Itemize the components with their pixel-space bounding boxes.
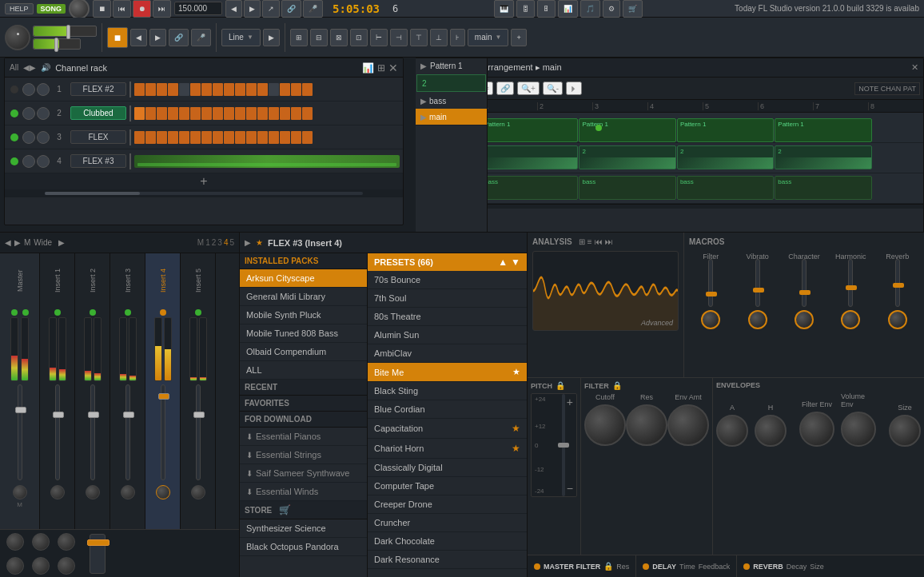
ctrl-knob1[interactable] bbox=[6, 533, 24, 551]
step[interactable] bbox=[201, 83, 212, 96]
step[interactable] bbox=[157, 83, 167, 96]
mic-btn[interactable]: 🎤 bbox=[191, 29, 211, 46]
an-btn2[interactable]: ≡ bbox=[587, 237, 592, 246]
pattern-item-main[interactable]: ▶ main bbox=[416, 109, 487, 125]
track3-area[interactable]: bass bass bass bass bbox=[480, 173, 923, 203]
an-btn3[interactable]: ⏮ bbox=[595, 237, 603, 246]
step[interactable] bbox=[246, 131, 257, 144]
preset-capacitation[interactable]: Capacitation ★ bbox=[368, 419, 527, 439]
tb-mix5[interactable]: ⊢ bbox=[370, 29, 388, 46]
ch-num-2[interactable]: 2 bbox=[212, 238, 217, 247]
ins5-pan-knob[interactable] bbox=[191, 485, 205, 499]
step[interactable] bbox=[235, 83, 245, 96]
main-dropdown[interactable]: main ▼ bbox=[468, 29, 509, 46]
track1-area[interactable]: Pattern 1 Pattern 1 Pattern 1 Pattern 1 bbox=[480, 113, 923, 142]
ch2-vol-knob[interactable] bbox=[22, 107, 35, 120]
filter-env-knob[interactable] bbox=[799, 412, 834, 447]
macro-knob-character[interactable] bbox=[795, 310, 814, 329]
ctrl-knob3[interactable] bbox=[32, 533, 50, 551]
preset-alumin-sun[interactable]: Alumin Sun bbox=[368, 326, 527, 344]
step[interactable] bbox=[224, 83, 234, 96]
step[interactable] bbox=[246, 83, 257, 96]
step[interactable] bbox=[302, 83, 313, 96]
step[interactable] bbox=[224, 131, 234, 144]
ins3-fader[interactable] bbox=[123, 412, 134, 418]
step[interactable] bbox=[213, 131, 223, 144]
preset-black-sting[interactable]: Black Sting bbox=[368, 382, 527, 400]
pl-tb8[interactable]: ⏵ bbox=[566, 82, 582, 95]
size-knob[interactable] bbox=[889, 415, 921, 447]
ch3-name[interactable]: FLEX bbox=[70, 130, 126, 144]
main-knob[interactable] bbox=[69, 0, 90, 19]
prev-btn[interactable]: ⏮ bbox=[113, 0, 131, 18]
ch4-name[interactable]: FLEX #3 bbox=[70, 154, 126, 168]
play-arrow[interactable]: ▶ bbox=[263, 29, 280, 46]
macro-handle-reverb[interactable] bbox=[893, 283, 904, 288]
pl-scrollbar[interactable] bbox=[416, 204, 923, 209]
preset-7th-soul[interactable]: 7th Soul bbox=[368, 289, 527, 308]
an-btn1[interactable]: ⊞ bbox=[579, 237, 585, 246]
tb-icon5[interactable]: 🎵 bbox=[580, 0, 600, 18]
help-btn[interactable]: HELP bbox=[5, 3, 34, 14]
pl-block[interactable]: Pattern 1 bbox=[677, 118, 774, 142]
step[interactable] bbox=[190, 83, 201, 96]
preset-creeper-drone[interactable]: Creeper Drone bbox=[368, 495, 527, 514]
ch2-pan-knob[interactable] bbox=[37, 107, 50, 120]
ctrl-knob6[interactable] bbox=[58, 557, 75, 575]
ch1-name[interactable]: FLEX #2 bbox=[70, 82, 126, 96]
presets-down[interactable]: ▼ bbox=[511, 257, 520, 268]
browser-item-olbaid[interactable]: Olbaid Compendium bbox=[240, 343, 367, 361]
scroll-bar[interactable] bbox=[5, 189, 403, 197]
ch-num-4[interactable]: 4 bbox=[224, 238, 229, 247]
pl-block-2c[interactable]: 2 bbox=[677, 145, 774, 169]
macro-knob-vibrato[interactable] bbox=[748, 310, 767, 329]
step[interactable] bbox=[201, 107, 212, 120]
pl-tb7[interactable]: 🔍- bbox=[543, 82, 563, 95]
browser-item-winds[interactable]: ⬇ Essential Winds bbox=[240, 483, 367, 501]
step[interactable] bbox=[179, 131, 189, 144]
browser-item-synth-science[interactable]: Synthesizer Science bbox=[240, 519, 367, 538]
tb-mix6[interactable]: ⊣ bbox=[390, 29, 408, 46]
step[interactable] bbox=[269, 83, 279, 96]
pl-block-bass3[interactable]: bass bbox=[677, 176, 774, 200]
pattern-item-1[interactable]: ▶ Pattern 1 bbox=[416, 58, 487, 74]
browser-item-midi[interactable]: General Midi Library bbox=[240, 288, 367, 306]
ctrl-knob4[interactable] bbox=[32, 557, 50, 575]
ins2-fader[interactable] bbox=[88, 412, 99, 418]
ch4-pattern[interactable] bbox=[134, 155, 400, 168]
an-btn4[interactable]: ⏭ bbox=[605, 237, 613, 246]
link-btn[interactable]: 🔗 bbox=[169, 29, 189, 46]
env-amt-knob[interactable] bbox=[667, 404, 709, 446]
step[interactable] bbox=[157, 131, 167, 144]
ctrl-knob2[interactable] bbox=[6, 557, 24, 575]
ch3-vol-knob[interactable] bbox=[22, 131, 35, 144]
presets-up[interactable]: ▲ bbox=[498, 257, 508, 268]
step[interactable] bbox=[246, 107, 257, 120]
step[interactable] bbox=[280, 83, 290, 96]
step[interactable] bbox=[280, 131, 290, 144]
step[interactable] bbox=[257, 107, 268, 120]
tb-icon6[interactable]: ⚙ bbox=[603, 0, 620, 18]
preset-cruncher[interactable]: Cruncher bbox=[368, 514, 527, 532]
step[interactable] bbox=[291, 83, 301, 96]
env-a-knob[interactable] bbox=[716, 415, 748, 447]
add-channel-btn[interactable]: + bbox=[5, 173, 403, 189]
macro-handle-character[interactable] bbox=[799, 290, 810, 295]
add-main[interactable]: + bbox=[511, 29, 526, 46]
pl-block-2b[interactable]: 2 bbox=[579, 145, 675, 169]
master-pan-knob[interactable] bbox=[13, 485, 27, 499]
pattern-btn[interactable]: ■ bbox=[107, 27, 128, 48]
ch-num-3[interactable]: 3 bbox=[217, 238, 222, 247]
preset-computer-tape[interactable]: Computer Tape bbox=[368, 477, 527, 495]
tb-mix1[interactable]: ⊞ bbox=[290, 29, 308, 46]
track2-area[interactable]: 2 2 2 2 bbox=[480, 143, 923, 173]
step[interactable] bbox=[201, 131, 212, 144]
step[interactable] bbox=[291, 107, 301, 120]
tb-icon3[interactable]: 🎚 bbox=[537, 0, 556, 18]
macro-knob-filter[interactable] bbox=[701, 310, 720, 329]
tb-mix8[interactable]: ⊥ bbox=[430, 29, 448, 46]
step[interactable] bbox=[213, 83, 223, 96]
ch-close[interactable]: ✕ bbox=[388, 62, 398, 74]
tb-mix2[interactable]: ⊟ bbox=[310, 29, 328, 46]
step[interactable] bbox=[269, 131, 279, 144]
